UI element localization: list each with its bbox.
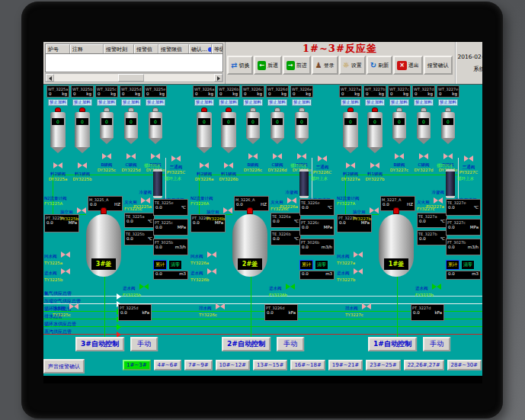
auto-control-button[interactable]: 2#自动控制	[222, 337, 271, 351]
manual-button[interactable]: 手动	[423, 337, 450, 351]
clear-button[interactable]: 清零	[461, 260, 475, 270]
valve-icon[interactable]	[248, 153, 258, 159]
alarm-column-header[interactable]: 炉号	[46, 44, 70, 53]
condenser[interactable]	[153, 169, 162, 198]
valve-icon[interactable]	[346, 162, 355, 168]
toolbar-button[interactable]: ← 后退	[254, 56, 282, 75]
reactor-range-button[interactable]: 7#~9#	[184, 360, 213, 370]
valve-icon[interactable]	[370, 207, 379, 213]
valve-icon[interactable]	[77, 207, 86, 213]
scroll-thumb[interactable]	[118, 74, 144, 82]
valve-icon[interactable]	[53, 162, 62, 168]
totalize-button[interactable]: 累计	[446, 260, 459, 270]
feed-tank[interactable]: 0	[149, 107, 162, 144]
valve-icon[interactable]	[370, 162, 379, 168]
feed-tank[interactable]: 0	[271, 107, 284, 144]
scroll-left-icon[interactable]	[46, 74, 54, 82]
toolbar-button[interactable]: × 退出	[393, 56, 423, 75]
reactor-range-button[interactable]: 4#~6#	[154, 360, 182, 370]
valve-icon[interactable]	[362, 303, 371, 309]
alarm-column-header[interactable]: 等级	[212, 44, 223, 53]
alarm-column-header[interactable]: 注释	[70, 44, 104, 53]
valve-icon[interactable]	[318, 155, 327, 162]
valve-icon[interactable]	[216, 303, 225, 309]
feed-tank[interactable]: 0	[367, 107, 383, 153]
feed-tank[interactable]: 0	[197, 107, 212, 153]
feed-tank[interactable]: 0	[50, 107, 66, 153]
feed-tank[interactable]: 0	[441, 107, 455, 144]
valve-icon[interactable]	[287, 197, 296, 204]
feed-tank[interactable]: 0	[295, 107, 309, 144]
valve-icon[interactable]	[207, 252, 216, 258]
valve-icon[interactable]	[141, 197, 150, 204]
valve-icon[interactable]	[297, 153, 306, 159]
valve-icon[interactable]	[432, 284, 441, 290]
reactor-range-button[interactable]: 16#~18#	[290, 360, 325, 370]
condenser[interactable]	[299, 169, 309, 198]
feed-tank[interactable]: 0	[124, 107, 138, 144]
valve-icon[interactable]	[171, 155, 181, 162]
feed-tank[interactable]: 0	[100, 107, 114, 144]
reactor-vessel[interactable]: 3#釜	[86, 214, 121, 277]
reactor-range-button[interactable]: 19#~21#	[328, 360, 363, 370]
feed-tank[interactable]: 0	[417, 107, 431, 144]
reactor-range-button[interactable]: 1#~3#	[123, 360, 151, 370]
feed-tank[interactable]: 0	[246, 107, 260, 144]
alarm-scrollbar[interactable]	[45, 73, 223, 82]
valve-icon[interactable]	[102, 153, 111, 159]
reactor-vessel[interactable]: 1#釜	[379, 214, 414, 277]
reactor-range-button[interactable]: 10#~12#	[216, 360, 250, 370]
valve-icon[interactable]	[354, 252, 363, 258]
reactor-range-button[interactable]: 28#~30#	[447, 360, 482, 370]
valve-icon[interactable]	[434, 197, 443, 204]
valve-icon[interactable]	[78, 162, 87, 168]
valve-icon[interactable]	[69, 303, 78, 309]
alarm-column-header[interactable]: 确认...	[189, 44, 212, 53]
feed-tank[interactable]: 0	[392, 107, 406, 144]
reactor-vessel[interactable]: 2#釜	[232, 214, 267, 277]
valve-icon[interactable]	[61, 252, 70, 258]
auto-control-button[interactable]: 1#自动控制	[368, 337, 417, 351]
clear-button[interactable]: 清零	[315, 260, 328, 270]
sound-alarm-ack-button[interactable]: 声音报警确认	[43, 359, 85, 374]
reactor-range-button[interactable]: 23#~25#	[366, 360, 400, 370]
valve-icon[interactable]	[419, 153, 428, 159]
valve-icon[interactable]	[61, 268, 70, 274]
valve-icon[interactable]	[464, 155, 473, 162]
toolbar-button[interactable]: 报警确认	[424, 56, 453, 75]
scroll-right-icon[interactable]	[214, 74, 222, 82]
totalize-button[interactable]: 累计	[299, 260, 313, 270]
alarm-column-header[interactable]: 报警限值	[158, 44, 189, 53]
condenser[interactable]	[446, 169, 455, 198]
valve-icon[interactable]	[395, 153, 404, 159]
valve-icon[interactable]	[224, 162, 233, 168]
alarm-column-header[interactable]: 报警时刻	[104, 44, 134, 53]
manual-button[interactable]: 手动	[277, 337, 304, 351]
totalize-button[interactable]: 累计	[153, 260, 167, 270]
valve-icon[interactable]	[443, 153, 453, 159]
valve-icon[interactable]	[126, 153, 136, 159]
valve-icon[interactable]	[200, 162, 209, 168]
manual-button[interactable]: 手动	[130, 337, 158, 351]
clear-button[interactable]: 清零	[168, 260, 182, 270]
valve-icon[interactable]	[139, 284, 149, 290]
valve-icon[interactable]	[151, 153, 160, 159]
toolbar-button[interactable]: ♟ 登录	[312, 56, 338, 75]
toolbar-button[interactable]: ☼ 设置	[339, 56, 366, 75]
feed-tank[interactable]: 0	[221, 107, 236, 153]
reactor-range-button[interactable]: 13#~15#	[253, 360, 287, 370]
toolbar-button[interactable]: ⇄ 切换	[227, 56, 253, 75]
reactor-range-button[interactable]: 22,26#,27#	[404, 360, 444, 370]
alarm-column-header[interactable]: 报警值	[134, 44, 158, 53]
feed-tank[interactable]: 0	[343, 107, 358, 153]
valve-icon[interactable]	[354, 268, 363, 274]
toolbar-button[interactable]: ↻ 刷新	[367, 56, 392, 75]
feed-tank[interactable]: 0	[75, 107, 90, 153]
valve-icon[interactable]	[273, 153, 282, 159]
valve-icon[interactable]	[223, 207, 232, 213]
toolbar-button[interactable]: → 前进	[283, 56, 311, 75]
valve-icon[interactable]	[207, 268, 216, 274]
auto-control-button[interactable]: 3#自动控制	[75, 337, 124, 351]
scroll-track[interactable]	[54, 74, 214, 82]
valve-icon[interactable]	[286, 284, 295, 290]
